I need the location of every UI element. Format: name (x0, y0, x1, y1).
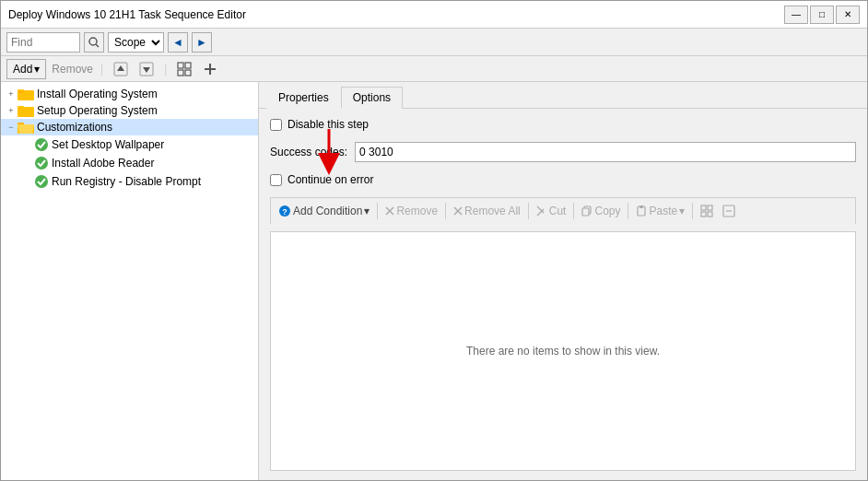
svg-rect-34 (639, 205, 643, 208)
svg-rect-6 (178, 63, 183, 68)
success-codes-input[interactable] (355, 142, 856, 162)
content-area: + Install Operating System + Setup Opera… (1, 82, 867, 480)
remove-x-icon (385, 206, 394, 216)
svg-point-22 (35, 175, 48, 188)
remove-all-x-icon (453, 206, 463, 216)
folder-icon (18, 104, 34, 117)
remove-all-button[interactable]: Remove All (450, 201, 524, 221)
cond-icon-btn-2[interactable] (719, 201, 739, 221)
cond-sep-3 (528, 203, 529, 219)
window-controls: — □ ✕ (784, 6, 860, 24)
tree-item-label: Customizations (37, 121, 112, 134)
expand-icon[interactable]: + (5, 104, 18, 117)
window-title: Deploy Windows 10 21H1 Task Sequence Edi… (8, 8, 784, 21)
tree-item-label: Install Adobe Reader (52, 157, 154, 170)
svg-point-20 (35, 138, 48, 151)
cond-sep-1 (377, 203, 378, 219)
scope-select[interactable]: Scope (108, 32, 164, 53)
cut-button[interactable]: Cut (533, 201, 570, 221)
list-item[interactable]: Install Adobe Reader (1, 154, 258, 172)
condition-icon-2 (722, 205, 735, 217)
svg-rect-7 (185, 63, 191, 68)
disable-step-label: Disable this step (287, 118, 369, 131)
svg-marker-5 (143, 67, 150, 73)
tree-item-label: Run Registry - Disable Prompt (52, 175, 201, 188)
list-item[interactable]: Set Desktop Wallpaper (1, 135, 258, 154)
paste-label: Paste (649, 205, 677, 217)
success-codes-row: Success codes: (270, 142, 856, 162)
expand-icon-button[interactable] (174, 59, 194, 79)
cond-sep-2 (445, 203, 446, 219)
nav-back-button[interactable]: ◄ (168, 32, 188, 53)
remove-all-label: Remove All (464, 205, 521, 217)
list-item[interactable]: Run Registry - Disable Prompt (1, 172, 258, 191)
search-icon (88, 37, 100, 48)
move-up-button[interactable] (111, 59, 131, 79)
expand-icon[interactable]: + (5, 88, 18, 100)
tree-item-label: Setup Operating System (37, 104, 158, 117)
close-button[interactable]: ✕ (836, 6, 860, 24)
copy-button[interactable]: Copy (578, 201, 624, 221)
main-window: Deploy Windows 10 21H1 Task Sequence Edi… (0, 0, 868, 481)
search-button[interactable] (84, 32, 104, 53)
remove-condition-button[interactable]: Remove (381, 201, 441, 221)
svg-rect-32 (582, 208, 589, 216)
list-item[interactable]: + Install Operating System (1, 86, 258, 102)
svg-rect-16 (18, 106, 24, 108)
cond-sep-5 (628, 203, 628, 219)
cond-icon-btn-1[interactable] (697, 201, 717, 221)
question-icon: ? (278, 205, 291, 217)
nav-forward-button[interactable]: ► (192, 32, 212, 53)
options-panel: Disable this step Success codes: Continu… (259, 109, 867, 480)
expand-icon[interactable]: − (5, 121, 18, 134)
svg-line-1 (96, 44, 99, 47)
collapse-icon-button[interactable] (200, 59, 220, 79)
add-arrow-icon: ▾ (34, 63, 40, 76)
svg-rect-8 (178, 70, 183, 76)
scissors-icon (536, 205, 547, 217)
svg-rect-36 (708, 205, 712, 210)
tree-item-label: Install Operating System (37, 88, 158, 100)
tree-panel: + Install Operating System + Setup Opera… (1, 82, 259, 480)
disable-step-checkbox[interactable] (270, 119, 282, 131)
tab-bar: Properties Options (259, 82, 867, 109)
title-bar: Deploy Windows 10 21H1 Task Sequence Edi… (1, 1, 867, 29)
continue-on-error-checkbox[interactable] (270, 174, 282, 186)
remove-button[interactable]: Remove (52, 59, 93, 79)
condition-icon-1 (700, 205, 713, 217)
paste-icon (636, 205, 647, 217)
add-condition-arrow: ▾ (364, 205, 369, 217)
svg-rect-14 (18, 89, 24, 91)
cut-label: Cut (549, 205, 567, 217)
paste-button[interactable]: Paste ▾ (632, 201, 688, 221)
svg-marker-19 (18, 124, 34, 134)
separator-1: | (100, 63, 103, 76)
tab-options[interactable]: Options (341, 87, 403, 109)
list-item[interactable]: − Customizations (1, 119, 258, 135)
copy-icon (581, 205, 592, 217)
maximize-button[interactable]: □ (810, 6, 834, 24)
svg-rect-9 (185, 70, 191, 76)
condition-toolbar: ? Add Condition ▾ Remove (270, 197, 856, 224)
search-toolbar: Scope ◄ ► (1, 29, 867, 56)
add-condition-button[interactable]: ? Add Condition ▾ (275, 201, 373, 221)
svg-marker-3 (117, 65, 124, 71)
right-panel: Properties Options Disable this step Suc… (259, 82, 867, 480)
svg-rect-15 (18, 107, 34, 117)
cond-sep-6 (692, 203, 693, 219)
add-label: Add (13, 63, 32, 76)
add-condition-label: Add Condition (293, 205, 362, 217)
minimize-button[interactable]: — (784, 6, 808, 24)
expand-icon (177, 62, 192, 76)
search-input[interactable] (6, 32, 80, 53)
add-button[interactable]: Add ▾ (6, 59, 46, 79)
remove-label: Remove (396, 205, 438, 217)
separator-2: | (164, 63, 167, 76)
disable-step-row: Disable this step (270, 118, 856, 131)
svg-text:?: ? (282, 207, 287, 217)
folder-icon (18, 88, 34, 100)
list-item[interactable]: + Setup Operating System (1, 102, 258, 119)
tab-properties[interactable]: Properties (266, 87, 341, 109)
move-down-button[interactable] (136, 59, 157, 79)
svg-rect-11 (209, 64, 211, 75)
